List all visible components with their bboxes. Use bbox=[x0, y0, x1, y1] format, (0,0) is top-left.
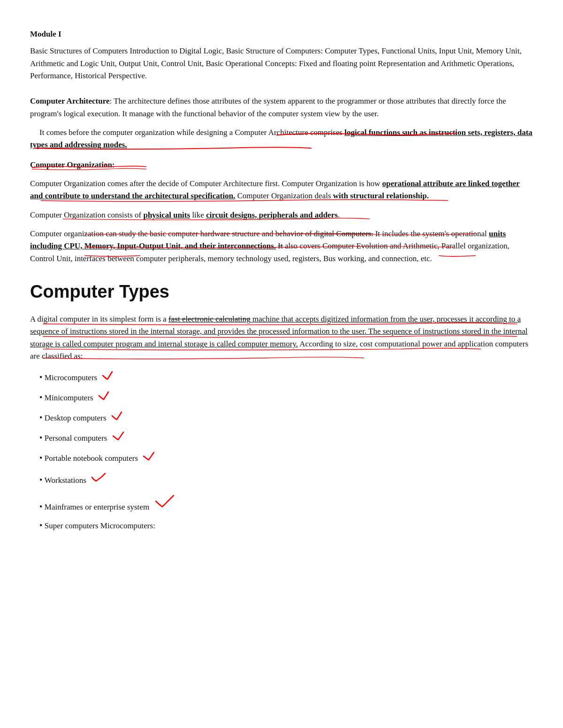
module-title: Module I bbox=[30, 28, 533, 40]
computer-types-section: Computer Types A digital computer in its… bbox=[30, 278, 533, 532]
co-para1-bold: operational attribute are linked togethe… bbox=[30, 179, 520, 200]
computer-organization-section: Computer Organization: Computer Organiza… bbox=[30, 159, 533, 265]
module-intro: Basic Structures of Computers Introducti… bbox=[30, 45, 533, 82]
co-para3-it: It bbox=[278, 241, 282, 250]
co-para1-bold2: with structural relationship. bbox=[333, 191, 429, 200]
co-heading: Computer Organization: bbox=[30, 160, 115, 169]
list-item-personal: Personal computers bbox=[39, 430, 533, 445]
list-item-minicomputers: Minicomputers bbox=[39, 390, 533, 405]
ct-fast: fast electronic calculating machine that… bbox=[30, 315, 527, 348]
ca-para2-prefix: It comes before the computer organizatio… bbox=[39, 128, 344, 137]
co-para2-circuit: circuit designs, peripherals and adders bbox=[206, 210, 338, 219]
ca-definition: Computer Architecture: The architecture … bbox=[30, 95, 533, 120]
ct-paragraph: A digital computer in its simplest form … bbox=[30, 313, 533, 362]
list-item-super: Super computers Microcomputers: bbox=[39, 519, 533, 533]
co-para3-strikethrough: behavior of digital Computers. bbox=[275, 229, 373, 238]
ct-classified: classified bbox=[42, 352, 72, 360]
co-para2: Computer Organization consists of physic… bbox=[30, 209, 533, 221]
co-para2-physical: physical units bbox=[143, 210, 190, 219]
computer-types-heading: Computer Types bbox=[30, 278, 533, 306]
list-item-desktop: Desktop computers bbox=[39, 410, 533, 425]
computer-types-list: Microcomputers Minicomputers Desktop com… bbox=[30, 370, 533, 532]
list-item-portable: Portable notebook computers bbox=[39, 450, 533, 465]
ca-paragraph2: It comes before the computer organizatio… bbox=[30, 127, 533, 151]
ca-heading: Computer Architecture bbox=[30, 97, 110, 105]
co-para3: Computer organization can study the basi… bbox=[30, 228, 533, 265]
co-para1: Computer Organization comes after the de… bbox=[30, 178, 533, 203]
co-para3-bold: units including CPU, Memory, Input-Outpu… bbox=[30, 229, 506, 250]
module-section: Module I Basic Structures of Computers I… bbox=[30, 28, 533, 82]
list-item-microcomputers: Microcomputers bbox=[39, 370, 533, 384]
list-item-workstations: Workstations bbox=[39, 471, 533, 487]
co-heading-para: Computer Organization: bbox=[30, 159, 533, 171]
list-item-mainframes: Mainframes or enterprise system bbox=[39, 493, 533, 514]
computer-architecture-section: Computer Architecture: The architecture … bbox=[30, 95, 533, 151]
